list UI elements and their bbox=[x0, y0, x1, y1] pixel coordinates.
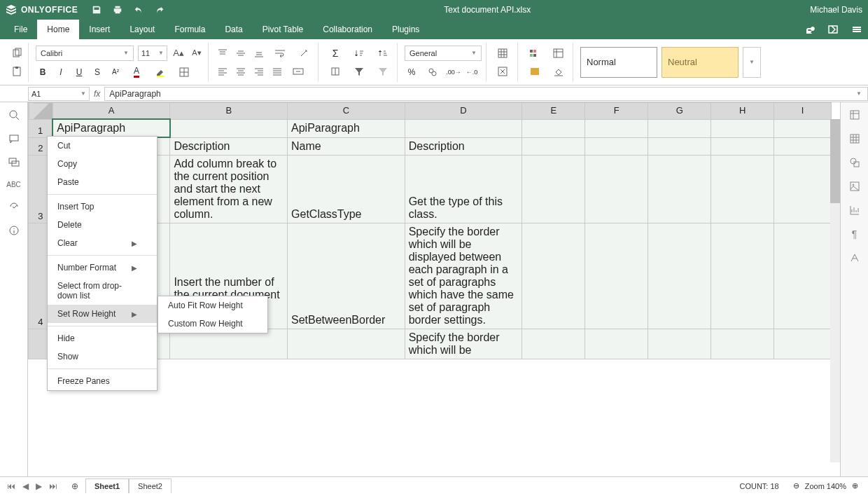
sheet-tab[interactable]: Sheet1 bbox=[85, 478, 129, 493]
menu-delete[interactable]: Delete bbox=[48, 216, 157, 234]
tab-insert[interactable]: Insert bbox=[79, 20, 120, 39]
col-header[interactable]: F bbox=[585, 103, 648, 120]
percent-icon[interactable]: % bbox=[405, 65, 419, 79]
merge-icon[interactable] bbox=[288, 64, 308, 78]
number-format-select[interactable]: General▼ bbox=[405, 46, 482, 61]
highlight-icon[interactable] bbox=[150, 65, 170, 79]
style-dropdown[interactable]: ▼ bbox=[743, 47, 761, 78]
sort-desc-icon[interactable] bbox=[373, 46, 393, 60]
copy-icon[interactable] bbox=[10, 46, 24, 60]
align-middle-icon[interactable] bbox=[234, 46, 248, 60]
wrap-text-icon[interactable] bbox=[270, 46, 290, 60]
image-settings-icon[interactable] bbox=[849, 181, 860, 192]
table-settings-icon[interactable] bbox=[849, 133, 860, 144]
orientation-icon[interactable] bbox=[294, 46, 314, 60]
menu-auto-fit-row-height[interactable]: Auto Fit Row Height bbox=[158, 296, 267, 315]
insert-cells-icon[interactable] bbox=[493, 46, 513, 60]
col-header[interactable]: I bbox=[774, 103, 832, 120]
strike-icon[interactable]: S bbox=[90, 65, 104, 79]
tab-data[interactable]: Data bbox=[215, 20, 252, 39]
menu-custom-row-height[interactable]: Custom Row Height bbox=[158, 315, 267, 333]
sheet-next-icon[interactable]: ▶ bbox=[36, 481, 42, 491]
menu-clear[interactable]: Clear▶ bbox=[48, 234, 157, 252]
save-icon[interactable] bbox=[92, 5, 102, 15]
name-box[interactable]: A1▼ bbox=[28, 87, 90, 101]
superscript-icon[interactable]: A² bbox=[108, 65, 122, 79]
align-bottom-icon[interactable] bbox=[252, 46, 266, 60]
menu-select-from-drop-down-list[interactable]: Select from drop-down list bbox=[48, 277, 157, 305]
borders-icon[interactable] bbox=[174, 65, 194, 79]
spellcheck-icon[interactable]: ABC bbox=[6, 181, 21, 188]
increase-font-icon[interactable]: A▴ bbox=[172, 46, 186, 60]
tab-file[interactable]: File bbox=[4, 20, 37, 39]
cell-settings-icon[interactable] bbox=[849, 109, 860, 120]
clear-filter-icon[interactable] bbox=[373, 64, 393, 78]
select-all-corner[interactable] bbox=[29, 103, 53, 120]
menu-insert-top[interactable]: Insert Top bbox=[48, 198, 157, 216]
redo-icon[interactable] bbox=[155, 5, 164, 15]
style-normal[interactable]: Normal bbox=[580, 47, 657, 78]
paragraph-settings-icon[interactable]: ¶ bbox=[852, 228, 858, 240]
tab-plugins[interactable]: Plugins bbox=[382, 20, 429, 39]
cell-styles-icon[interactable] bbox=[525, 64, 545, 78]
cell[interactable] bbox=[405, 119, 522, 137]
sum-icon[interactable]: Σ bbox=[326, 46, 345, 60]
tab-layout[interactable]: Layout bbox=[120, 20, 164, 39]
menu-show[interactable]: Show bbox=[48, 347, 157, 366]
feedback-icon[interactable] bbox=[8, 201, 20, 212]
accounting-icon[interactable] bbox=[423, 65, 442, 79]
dec-decimal-icon[interactable]: .00→ bbox=[447, 65, 461, 79]
align-left-icon[interactable] bbox=[216, 64, 230, 78]
filter-icon[interactable] bbox=[349, 64, 369, 78]
font-name-select[interactable]: Calibri▼ bbox=[36, 46, 134, 61]
fill-icon[interactable] bbox=[326, 64, 345, 78]
share-icon[interactable] bbox=[804, 24, 815, 35]
sort-asc-icon[interactable] bbox=[349, 46, 369, 60]
tab-formula[interactable]: Formula bbox=[164, 20, 215, 39]
inc-decimal-icon[interactable]: ←.0 bbox=[465, 65, 479, 79]
style-neutral[interactable]: Neutral bbox=[662, 47, 738, 78]
tab-pivot[interactable]: Pivot Table bbox=[253, 20, 313, 39]
align-center-icon[interactable] bbox=[234, 64, 248, 78]
chart-settings-icon[interactable] bbox=[849, 205, 860, 216]
underline-icon[interactable]: U bbox=[72, 65, 86, 79]
comments-icon[interactable] bbox=[8, 133, 20, 144]
zoom-in-button[interactable]: ⊕ bbox=[852, 481, 858, 490]
col-header[interactable]: D bbox=[405, 103, 522, 120]
row-header[interactable]: 1 bbox=[29, 119, 53, 137]
menu-copy[interactable]: Copy bbox=[48, 155, 157, 173]
zoom-out-button[interactable]: ⊖ bbox=[793, 481, 799, 490]
bold-icon[interactable]: B bbox=[36, 65, 50, 79]
cell[interactable]: ApiParagraph bbox=[288, 119, 405, 137]
cell[interactable] bbox=[170, 119, 288, 137]
shape-settings-icon[interactable] bbox=[849, 157, 860, 168]
font-size-select[interactable]: 11▼ bbox=[138, 46, 167, 61]
col-header[interactable]: G bbox=[648, 103, 711, 120]
font-color-icon[interactable]: A bbox=[127, 65, 146, 79]
about-icon[interactable] bbox=[8, 225, 20, 236]
sheet-tab[interactable]: Sheet2 bbox=[129, 478, 172, 493]
formula-bar[interactable]: ApiParagraph▼ bbox=[104, 87, 868, 101]
fx-icon[interactable]: fx bbox=[90, 89, 104, 99]
paste-icon[interactable] bbox=[10, 64, 24, 78]
sheet-first-icon[interactable]: ⏮ bbox=[7, 481, 15, 491]
align-right-icon[interactable] bbox=[252, 64, 266, 78]
open-location-icon[interactable] bbox=[827, 24, 839, 35]
col-header[interactable]: A bbox=[52, 103, 170, 120]
hamburger-icon[interactable] bbox=[851, 24, 862, 35]
undo-icon[interactable] bbox=[134, 5, 144, 15]
sheet-prev-icon[interactable]: ◀ bbox=[22, 481, 29, 491]
italic-icon[interactable]: I bbox=[54, 65, 68, 79]
menu-hide[interactable]: Hide bbox=[48, 329, 157, 347]
sheet-last-icon[interactable]: ⏭ bbox=[49, 481, 57, 491]
clear-icon[interactable] bbox=[549, 64, 568, 78]
print-icon[interactable] bbox=[113, 5, 122, 15]
format-table-icon[interactable] bbox=[549, 46, 568, 60]
find-icon[interactable] bbox=[8, 109, 20, 120]
col-header[interactable]: H bbox=[711, 103, 774, 120]
decrease-font-icon[interactable]: A▾ bbox=[190, 46, 204, 60]
col-header[interactable]: C bbox=[288, 103, 405, 120]
textart-settings-icon[interactable] bbox=[849, 252, 860, 263]
menu-set-row-height[interactable]: Set Row Height▶ bbox=[48, 305, 157, 323]
menu-number-format[interactable]: Number Format▶ bbox=[48, 259, 157, 277]
